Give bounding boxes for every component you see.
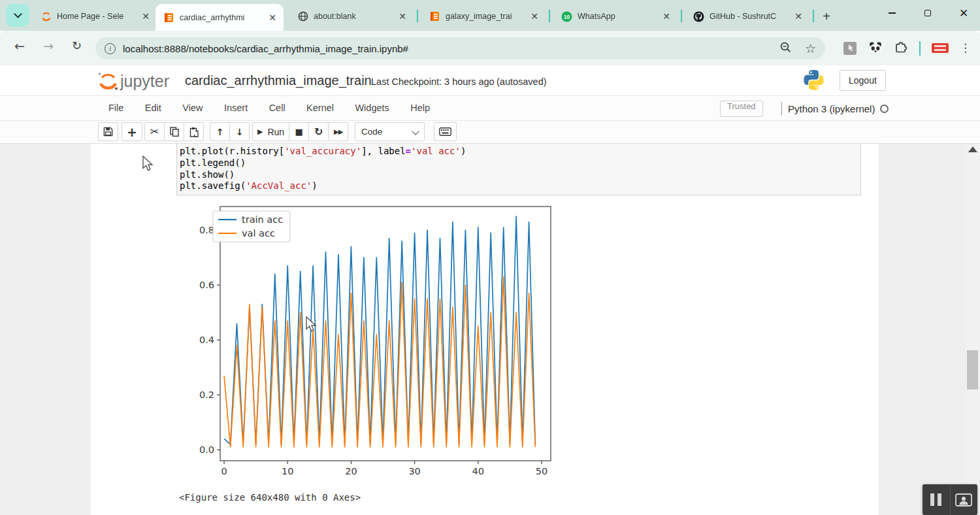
site-info-icon[interactable]: i: [105, 43, 116, 54]
save-button[interactable]: [98, 122, 118, 141]
menu-widgets[interactable]: Widgets: [346, 97, 398, 119]
url-text[interactable]: localhost:8888/notebooks/cardiac_arrhyth…: [123, 43, 769, 54]
close-icon: ✕: [959, 7, 968, 20]
move-cell-down-button[interactable]: ↓: [229, 122, 250, 141]
tab-separator: [813, 10, 814, 22]
tab-bar: Home Page - Sele ✕ cardiac_arrhythmi ✕ a…: [0, 0, 980, 31]
jupyter-menubar: File Edit View Insert Cell Kernel Widget…: [0, 97, 980, 121]
close-icon[interactable]: ✕: [140, 10, 152, 22]
close-icon[interactable]: ✕: [529, 10, 540, 22]
x-tick-label: 20: [345, 466, 357, 476]
scroll-up-arrow-icon[interactable]: [968, 146, 977, 152]
jupyter-logo[interactable]: jupyter: [97, 69, 174, 96]
chevron-down-icon: [412, 127, 419, 135]
browser-menu-kebab-icon[interactable]: ⋮: [960, 41, 971, 55]
panda-extension-icon[interactable]: [868, 41, 883, 56]
y-tick-label: 0.8: [199, 225, 214, 235]
code-line: plt.show(): [180, 169, 860, 181]
figure-caption: <Figure size 640x480 with 0 Axes>: [179, 492, 361, 503]
run-cell-button[interactable]: ▶ Run: [252, 122, 289, 141]
close-icon[interactable]: ✕: [267, 12, 278, 24]
tab-about-blank[interactable]: about:blank ✕: [289, 5, 414, 27]
tab-title: GitHub - SushrutC: [710, 12, 792, 21]
copy-cell-button[interactable]: [164, 122, 184, 141]
reload-icon[interactable]: ↻: [72, 39, 82, 52]
restart-kernel-button[interactable]: ↻: [308, 122, 329, 141]
autosave-status: (autosaved): [497, 76, 547, 87]
close-icon[interactable]: ✕: [397, 10, 408, 22]
screen-recorder-controls: [923, 484, 977, 515]
back-icon[interactable]: ←: [14, 39, 25, 53]
url-bar[interactable]: i localhost:8888/notebooks/cardiac_arrhy…: [95, 37, 825, 59]
tab-search-button[interactable]: [6, 4, 29, 27]
trusted-badge[interactable]: Trusted: [720, 101, 763, 117]
new-tab-button[interactable]: +: [818, 8, 835, 25]
notebook-icon: [163, 12, 174, 23]
keyboard-icon: [439, 127, 451, 136]
bookmark-star-icon[interactable]: ☆: [805, 41, 816, 56]
minimize-button[interactable]: [877, 0, 907, 26]
webcam-toggle-button[interactable]: [950, 484, 978, 515]
notebook-title[interactable]: cardiac_arrhythmia_image_train: [185, 73, 372, 88]
menu-insert[interactable]: Insert: [215, 97, 257, 119]
checkpoint-status: Last Checkpoint: 3 hours ago: [371, 76, 495, 87]
cut-cell-button[interactable]: ✂: [144, 122, 165, 141]
menu-kernel[interactable]: Kernel: [297, 97, 343, 119]
forward-icon[interactable]: →: [43, 39, 54, 53]
pause-recording-button[interactable]: [923, 484, 950, 515]
move-down-icon: ↓: [236, 127, 244, 137]
run-icon: ▶: [257, 127, 263, 136]
tab-title: Home Page - Sele: [57, 12, 140, 21]
maximize-icon: [924, 10, 931, 16]
menu-help[interactable]: Help: [401, 97, 439, 119]
menu-file[interactable]: File: [99, 97, 133, 119]
notebook-icon: [429, 11, 440, 22]
logout-button[interactable]: Logout: [840, 70, 886, 91]
restart-run-all-button[interactable]: ▶▶: [328, 122, 348, 141]
close-icon[interactable]: ✕: [792, 10, 804, 22]
tab-cardiac-notebook[interactable]: cardiac_arrhythmi ✕: [155, 4, 284, 31]
x-tick-label: 50: [536, 466, 547, 476]
cell-type-dropdown[interactable]: Code: [355, 122, 425, 141]
restart-kernel-icon: ↻: [314, 125, 323, 138]
close-icon[interactable]: ✕: [661, 10, 672, 22]
x-tick-label: 10: [282, 466, 293, 476]
y-tick-label: 0.2: [199, 390, 214, 400]
y-tick-label: 0.4: [199, 335, 214, 345]
save-icon: [103, 127, 113, 137]
tab-galaxy-notebook[interactable]: galaxy_image_trai ✕: [421, 5, 546, 27]
tab-home-page[interactable]: Home Page - Sele ✕: [33, 5, 157, 27]
legend-label: train acc: [242, 214, 283, 225]
menu-edit[interactable]: Edit: [136, 97, 171, 119]
adblock-badge-icon[interactable]: [932, 43, 949, 53]
move-up-icon: ↑: [216, 127, 224, 137]
python-logo-icon: [802, 68, 826, 95]
screenshot-tool-icon[interactable]: [843, 41, 857, 56]
extensions-puzzle-icon[interactable]: [894, 41, 908, 56]
tab-separator: [549, 10, 550, 22]
zoom-icon[interactable]: [779, 41, 792, 56]
copy-icon: [170, 127, 179, 137]
jupyter-spinner-icon: [41, 11, 52, 22]
command-palette-button[interactable]: [434, 122, 457, 141]
kernel-indicator: Python 3 (ipykernel): [781, 102, 889, 115]
tab-whatsapp[interactable]: 10 WhatsApp ✕: [553, 5, 678, 27]
x-tick-label: 0: [221, 466, 227, 476]
tab-separator: [681, 10, 682, 22]
scrollbar-thumb[interactable]: [967, 350, 978, 390]
move-cell-up-button[interactable]: ↑: [210, 122, 230, 141]
minimize-icon: [889, 12, 896, 14]
menu-cell[interactable]: Cell: [260, 97, 295, 119]
page-scrollbar[interactable]: [966, 144, 980, 515]
interrupt-kernel-button[interactable]: ■: [289, 122, 309, 141]
tab-title: WhatsApp: [578, 12, 661, 21]
menu-view[interactable]: View: [173, 97, 212, 119]
maximize-button[interactable]: [913, 0, 943, 26]
add-cell-button[interactable]: +: [122, 122, 142, 141]
close-window-button[interactable]: ✕: [949, 0, 979, 26]
address-bar: ← → ↻ i localhost:8888/notebooks/cardiac…: [0, 31, 980, 65]
code-cell-editor[interactable]: plt.plot(r.history['val_accuracy'], labe…: [176, 144, 861, 195]
tab-title: about:blank: [314, 12, 397, 21]
tab-github[interactable]: GitHub - SushrutC ✕: [685, 5, 809, 27]
paste-cell-button[interactable]: [184, 122, 204, 141]
